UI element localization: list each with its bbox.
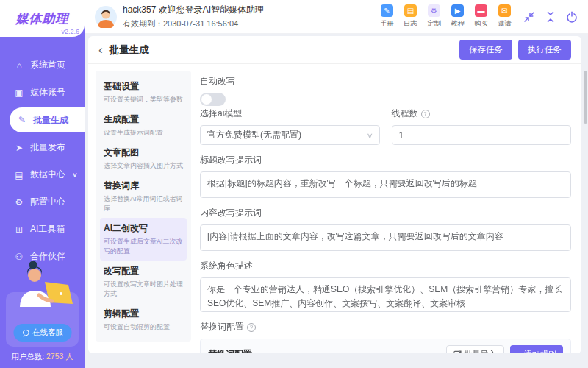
import-icon	[453, 350, 462, 353]
compress-vertical-icon[interactable]	[545, 11, 556, 23]
quick-link[interactable]: ⚙ 定制	[427, 4, 441, 29]
topbar: hack357 欢迎您登录AI智能媒体助理 有效期到：2030-07-31 16…	[85, 0, 588, 34]
log-icon: ▤	[404, 4, 417, 17]
step-item[interactable]: 剪辑配置 可设置自动混剪的配置	[100, 303, 187, 336]
ai-model-select[interactable]: 官方免费模型(无需配置) ∨	[200, 125, 380, 145]
rewrite-config-form: 自动改写 选择ai模型 官方免费模型(无需配置) ∨ 线程数	[198, 71, 574, 346]
sidebar-nav: ⌂ 系统首页 ▣ 媒体账号 ✎ 批量生成 ➤ 批量发布	[0, 52, 85, 270]
home-icon: ⌂	[14, 60, 24, 71]
sidebar-item[interactable]: ➤ 批量发布	[0, 134, 85, 161]
user-total: 用户总数: 2753 人	[0, 352, 85, 362]
sidebar-item[interactable]: ▣ 媒体账号	[0, 79, 85, 106]
role-label: 系统角色描述	[200, 260, 571, 272]
sidebar-item[interactable]: ⚇ 合作伙伴	[0, 243, 85, 270]
title-prompt-textarea[interactable]: 根据[标题]的标题内容，重新改写一个标题，只需要返回改写后的标题	[200, 171, 571, 198]
manual-icon: ✎	[381, 4, 393, 17]
auto-rewrite-label: 自动改写	[200, 75, 571, 88]
chevron-down-icon: ∨	[366, 132, 373, 139]
window-controls	[523, 11, 578, 23]
user-info: hack357 欢迎您登录AI智能媒体助理 有效期到：2030-07-31 16…	[95, 4, 264, 29]
tutorial-icon: ▶	[451, 4, 464, 17]
step-item[interactable]: 改写配置 可设置改写文章时图片处理方式	[100, 261, 187, 303]
help-icon[interactable]: ?	[421, 110, 430, 118]
content-prompt-textarea[interactable]: [内容]请根据上面的文章内容，改写这篇文章，只需要返回改写后的文章内容	[200, 224, 571, 251]
batch-import-button[interactable]: 批量导入	[446, 345, 504, 353]
sidebar-item[interactable]: ✎ 批量生成	[10, 107, 85, 132]
role-textarea[interactable]: 你是一个专业的营销达人，精通SEO（搜索引擎优化）、SEM（搜索引擎营销）专家，…	[200, 277, 571, 312]
save-task-button[interactable]: 保存任务	[459, 40, 512, 60]
collapse-diagonal-icon[interactable]	[523, 11, 535, 23]
step-item[interactable]: 生成配置 设置生成提示词配置	[100, 109, 187, 142]
chevron-down-icon: ∨	[72, 171, 78, 178]
toggle-knob	[201, 94, 212, 105]
sidebar-item[interactable]: ⚙ 配置中心	[0, 188, 85, 216]
chat-bubble-icon	[21, 329, 29, 337]
step-item[interactable]: 替换词库 选择替换AI常用词汇或者词库	[100, 175, 187, 218]
steps-panel: 基础设置 可设置关键词，类型等参数 生成配置 设置生成提示词配置 文章配图 选择…	[96, 71, 191, 342]
app-logo-text: 媒体助理	[16, 10, 69, 27]
back-icon[interactable]: ‹	[98, 43, 103, 56]
step-item[interactable]: 基础设置 可设置关键词，类型等参数	[100, 76, 187, 109]
app-version: v2.2.6	[61, 28, 79, 35]
replace-card-title: 替换词配置	[208, 348, 252, 353]
quick-link[interactable]: ▬ 购买	[474, 4, 488, 29]
app-logo: 媒体助理 v2.2.6	[0, 0, 85, 37]
content-prompt-label: 内容改写提示词	[200, 207, 571, 219]
expiry-text: 有效期到：2030-07-31 16:56:04	[123, 18, 264, 29]
page-header: ‹ 批量生成 保存任务 执行任务	[88, 36, 581, 64]
threads-label: 线程数 ?	[392, 107, 572, 120]
plus-icon: +	[517, 350, 521, 354]
online-service-button[interactable]: 在线客服	[13, 324, 71, 342]
batch-publish-icon: ➤	[14, 143, 24, 153]
sidebar-item[interactable]: ⊞ AI工具箱	[0, 216, 85, 243]
replace-words-card: 替换词配置 批量导入 +	[200, 339, 571, 353]
sidebar-footer: 在线客服 用户总数: 2753 人	[0, 292, 85, 362]
ai-toolbox-icon: ⊞	[14, 224, 24, 235]
customer-service-panel: 在线客服	[6, 292, 79, 347]
invite-icon: ✉	[498, 4, 511, 17]
help-icon[interactable]: ?	[247, 323, 256, 332]
user-total-value: 2753 人	[46, 352, 74, 361]
auto-rewrite-toggle[interactable]	[200, 93, 226, 106]
scrollbar-thumb[interactable]	[584, 71, 587, 124]
replace-config-label: 替换词配置 ?	[200, 321, 571, 333]
sidebar-item[interactable]: ⌂ 系统首页	[0, 52, 85, 79]
scrollbar	[583, 71, 587, 365]
sidebar: 媒体助理 v2.2.6 ⌂ 系统首页 ▣ 媒体账号 ✎ 批量生成 ➤	[0, 0, 85, 368]
config-center-icon: ⚙	[14, 197, 24, 208]
threads-input[interactable]	[399, 130, 564, 141]
partners-icon: ⚇	[14, 252, 24, 262]
welcome-text: hack357 欢迎您登录AI智能媒体助理	[123, 4, 264, 16]
quick-link[interactable]: ✎ 手册	[380, 4, 394, 29]
add-rule-button[interactable]: + 添加规则	[510, 345, 563, 353]
purchase-icon: ▬	[475, 4, 487, 17]
workspace: ‹ 批量生成 保存任务 执行任务 基础设置 可设置关键词，类型等参数	[85, 34, 588, 368]
step-item[interactable]: AI二创改写 可设置生成后文章AI二次改写的配置	[100, 218, 187, 261]
media-account-icon: ▣	[14, 88, 24, 98]
title-prompt-label: 标题改写提示词	[200, 154, 571, 166]
content-card: ‹ 批量生成 保存任务 执行任务 基础设置 可设置关键词，类型等参数	[88, 36, 581, 353]
model-label: 选择ai模型	[200, 107, 380, 120]
avatar	[95, 6, 117, 28]
customize-icon: ⚙	[428, 4, 440, 17]
sidebar-item[interactable]: ▤ 数据中心 ∨	[0, 161, 85, 188]
step-item[interactable]: 文章配图 选择文章内容插入图片方式	[100, 142, 187, 175]
main-area: hack357 欢迎您登录AI智能媒体助理 有效期到：2030-07-31 16…	[85, 0, 588, 368]
quick-links: ✎ 手册 ▤ 日志 ⚙ 定制 ▶ 教程	[380, 4, 512, 29]
power-icon[interactable]	[566, 11, 578, 23]
quick-link[interactable]: ▤ 日志	[404, 4, 417, 29]
page-title: 批量生成	[110, 43, 149, 57]
run-task-button[interactable]: 执行任务	[518, 40, 571, 60]
batch-generate-icon: ✎	[17, 115, 27, 125]
quick-link[interactable]: ✉ 邀请	[498, 4, 512, 29]
quick-link[interactable]: ▶ 教程	[451, 4, 465, 29]
data-center-icon: ▤	[14, 170, 24, 180]
